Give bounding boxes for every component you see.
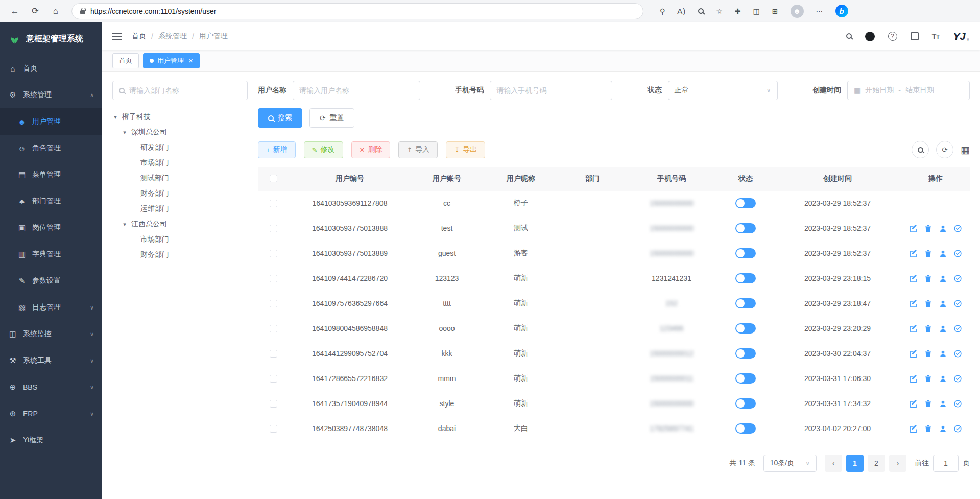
delete-icon[interactable]	[924, 399, 933, 408]
check-circle-icon[interactable]	[953, 424, 962, 433]
tree-expand-icon[interactable]: ▾	[122, 221, 128, 228]
reset-password-icon[interactable]	[939, 274, 947, 283]
status-toggle[interactable]	[735, 248, 756, 258]
search-button[interactable]: 搜索	[258, 108, 302, 128]
row-checkbox[interactable]	[270, 200, 277, 207]
edit-icon[interactable]	[909, 299, 918, 308]
next-page-button[interactable]: ›	[889, 455, 906, 472]
password-key-icon[interactable]: ⚲	[660, 7, 665, 15]
tree-node[interactable]: 研发部门	[112, 140, 248, 155]
department-search-input[interactable]	[129, 86, 241, 94]
sidebar-item[interactable]: ⌂首页	[0, 55, 102, 82]
check-circle-icon[interactable]	[953, 374, 962, 383]
tab-用户管理[interactable]: 用户管理×	[143, 53, 200, 68]
edit-icon[interactable]	[909, 374, 918, 383]
check-circle-icon[interactable]	[953, 224, 962, 233]
check-circle-icon[interactable]	[953, 249, 962, 258]
row-checkbox[interactable]	[270, 325, 277, 332]
sidebar-item[interactable]: ▤菜单管理	[0, 161, 102, 188]
edit-button[interactable]: ✎修改	[304, 141, 343, 158]
delete-icon[interactable]	[924, 224, 933, 233]
status-toggle[interactable]	[735, 398, 756, 409]
tab-close-icon[interactable]: ×	[188, 56, 193, 65]
status-toggle[interactable]	[735, 323, 756, 334]
row-checkbox[interactable]	[270, 225, 277, 232]
delete-icon[interactable]	[924, 324, 933, 333]
sidebar-item[interactable]: ⊕BBS∨	[0, 374, 102, 400]
add-button[interactable]: +新增	[258, 141, 296, 158]
reset-password-icon[interactable]	[939, 374, 947, 383]
phone-input[interactable]	[496, 86, 606, 94]
sidebar-item[interactable]: ▧日志管理∨	[0, 294, 102, 321]
read-aloud-icon[interactable]: A)	[677, 7, 686, 15]
status-toggle[interactable]	[735, 273, 756, 283]
sidebar-item[interactable]: ⚙系统管理∧	[0, 82, 102, 108]
row-checkbox[interactable]	[270, 300, 277, 307]
row-checkbox[interactable]	[270, 350, 277, 358]
breadcrumb-item[interactable]: 系统管理	[158, 32, 187, 41]
delete-icon[interactable]	[924, 374, 933, 383]
sidebar-item[interactable]: ☻用户管理	[0, 108, 102, 135]
edit-icon[interactable]	[909, 349, 918, 358]
row-checkbox[interactable]	[270, 250, 277, 257]
tree-node[interactable]: 测试部门	[112, 171, 248, 186]
tree-node[interactable]: 市场部门	[112, 232, 248, 247]
browser-back-icon[interactable]: ←	[7, 4, 22, 19]
delete-icon[interactable]	[924, 274, 933, 283]
select-all-checkbox[interactable]	[270, 175, 277, 182]
row-checkbox[interactable]	[270, 375, 277, 383]
sidebar-item[interactable]: ◫系统监控∨	[0, 321, 102, 347]
browser-more-icon[interactable]: ⋯	[816, 7, 823, 15]
browser-refresh-icon[interactable]: ⟳	[28, 4, 43, 19]
page-size-select[interactable]: 10条/页 ∨	[763, 455, 817, 472]
status-toggle[interactable]	[735, 298, 756, 308]
status-select[interactable]: 正常 ∨	[668, 81, 778, 100]
extensions-icon[interactable]: ✚	[735, 7, 741, 15]
sidebar-item[interactable]: ⊕ERP∨	[0, 400, 102, 427]
goto-page-input[interactable]	[933, 455, 959, 472]
delete-icon[interactable]	[924, 299, 933, 308]
reset-password-icon[interactable]	[939, 249, 947, 258]
sidebar-item[interactable]: ▣岗位管理	[0, 215, 102, 241]
check-circle-icon[interactable]	[953, 324, 962, 333]
copilot-icon[interactable]: b	[835, 5, 848, 17]
page-button-2[interactable]: 2	[868, 455, 885, 472]
status-toggle[interactable]	[735, 348, 756, 359]
sidebar-item[interactable]: ➤Yi框架	[0, 427, 102, 454]
collections-icon[interactable]: ⊞	[772, 7, 778, 15]
column-settings-icon[interactable]: ▦	[961, 144, 970, 156]
prev-page-button[interactable]: ‹	[825, 455, 842, 472]
reset-password-icon[interactable]	[939, 349, 947, 358]
table-search-icon[interactable]	[912, 141, 929, 158]
page-button-1[interactable]: 1	[846, 455, 864, 472]
collapse-menu-icon[interactable]	[112, 33, 122, 40]
tree-node[interactable]: ▾深圳总公司	[112, 125, 248, 140]
address-bar[interactable]: https://ccnetcore.com:1101/system/user	[71, 3, 643, 19]
reset-password-icon[interactable]	[939, 424, 947, 433]
browser-profile-avatar[interactable]: ☻	[791, 5, 804, 18]
breadcrumb-item[interactable]: 用户管理	[199, 32, 228, 41]
table-refresh-icon[interactable]: ⟳	[936, 141, 953, 158]
zoom-icon[interactable]	[698, 7, 704, 15]
export-button[interactable]: ↧导出	[446, 141, 485, 158]
edit-icon[interactable]	[909, 274, 918, 283]
tree-expand-icon[interactable]: ▾	[112, 114, 118, 121]
check-circle-icon[interactable]	[953, 274, 962, 283]
sidebar-item[interactable]: ✎参数设置	[0, 268, 102, 294]
status-toggle[interactable]	[735, 198, 756, 208]
tab-首页[interactable]: 首页	[112, 53, 139, 68]
reset-password-icon[interactable]	[939, 399, 947, 408]
tree-node[interactable]: 运维部门	[112, 201, 248, 217]
status-toggle[interactable]	[735, 223, 756, 233]
reset-password-icon[interactable]	[939, 224, 947, 233]
reset-password-icon[interactable]	[939, 324, 947, 333]
tree-node[interactable]: ▾橙子科技	[112, 109, 248, 125]
sidebar-item[interactable]: ▥字典管理	[0, 241, 102, 268]
delete-icon[interactable]	[924, 349, 933, 358]
sidebar-item[interactable]: ♣部门管理	[0, 188, 102, 215]
help-icon[interactable]: ?	[888, 32, 897, 41]
tree-node[interactable]: 市场部门	[112, 155, 248, 171]
check-circle-icon[interactable]	[953, 399, 962, 408]
check-circle-icon[interactable]	[953, 299, 962, 308]
fullscreen-icon[interactable]	[911, 32, 919, 40]
